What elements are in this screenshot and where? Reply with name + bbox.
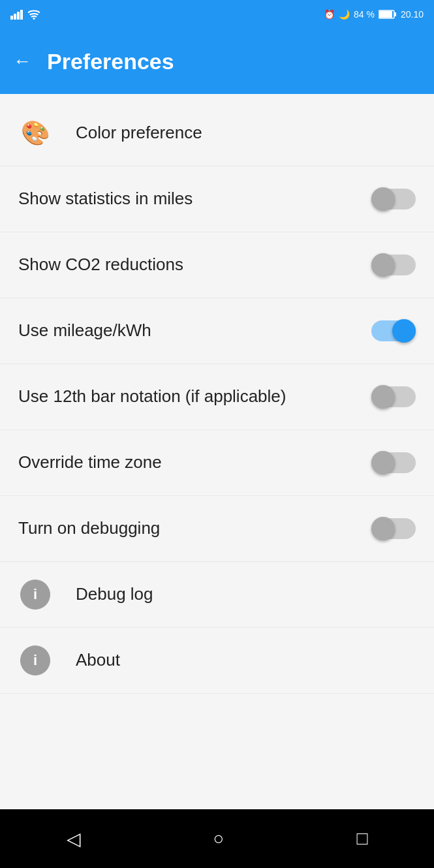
pref-item-about[interactable]: iAbout (0, 628, 434, 694)
pref-label-show-statistics-miles: Show statistics in miles (18, 188, 371, 210)
toggle-thumb-override-time-zone (371, 451, 395, 474)
battery-text: 84 % (354, 9, 375, 20)
battery-icon (379, 9, 397, 20)
palette-icon: 🎨 (18, 116, 52, 150)
pref-label-about: About (76, 649, 416, 672)
pref-label-turn-on-debugging: Turn on debugging (18, 518, 371, 540)
pref-item-use-mileage-kwh: Use mileage/kWh (0, 298, 434, 364)
toggle-thumb-use-mileage-kwh (392, 319, 416, 343)
signal-icon (10, 9, 23, 20)
pref-label-color-preference: Color preference (76, 122, 416, 144)
pref-label-override-time-zone: Override time zone (18, 452, 371, 474)
pref-item-override-time-zone: Override time zone (0, 430, 434, 496)
pref-item-show-co2-reductions: Show CO2 reductions (0, 232, 434, 298)
alarm-icon: ⏰ (324, 9, 335, 20)
nav-recent-button[interactable]: □ (337, 822, 388, 856)
nav-home-button[interactable]: ○ (194, 822, 244, 856)
back-button[interactable]: ← (13, 51, 31, 72)
app-bar: ← Preferences (0, 29, 434, 94)
svg-rect-1 (14, 14, 16, 20)
palette-icon: 🎨 (21, 119, 50, 147)
svg-rect-7 (379, 11, 392, 18)
svg-rect-2 (17, 12, 20, 20)
page-title: Preferences (47, 49, 174, 74)
pref-item-turn-on-debugging: Turn on debugging (0, 496, 434, 562)
svg-rect-0 (10, 16, 13, 20)
status-bar: ⏰ 🌙 84 % 20.10 (0, 0, 434, 29)
svg-rect-3 (20, 10, 23, 20)
toggle-use-mileage-kwh[interactable] (371, 319, 416, 343)
svg-rect-6 (394, 12, 396, 16)
pref-label-debug-log: Debug log (76, 583, 416, 606)
nav-back-button[interactable]: ◁ (47, 822, 101, 856)
toggle-thumb-turn-on-debugging (371, 517, 395, 540)
status-bar-left (10, 9, 40, 20)
info-icon: i (18, 643, 52, 677)
pref-item-color-preference[interactable]: 🎨Color preference (0, 101, 434, 166)
pref-item-use-12th-bar-notation: Use 12th bar notation (if applicable) (0, 364, 434, 430)
pref-label-use-12th-bar-notation: Use 12th bar notation (if applicable) (18, 386, 371, 408)
info-icon: i (20, 645, 50, 675)
pref-item-show-statistics-miles: Show statistics in miles (0, 166, 434, 232)
wifi-icon (27, 9, 40, 20)
time-display: 20.10 (401, 9, 424, 20)
toggle-use-12th-bar-notation[interactable] (371, 385, 416, 409)
bottom-nav-bar: ◁ ○ □ (0, 809, 434, 868)
toggle-show-statistics-miles[interactable] (371, 187, 416, 211)
toggle-override-time-zone[interactable] (371, 451, 416, 474)
pref-item-debug-log[interactable]: iDebug log (0, 562, 434, 628)
status-bar-right: ⏰ 🌙 84 % 20.10 (324, 9, 424, 20)
toggle-turn-on-debugging[interactable] (371, 517, 416, 540)
pref-label-use-mileage-kwh: Use mileage/kWh (18, 320, 371, 342)
toggle-thumb-show-statistics-miles (371, 187, 395, 211)
pref-label-show-co2-reductions: Show CO2 reductions (18, 254, 371, 276)
moon-icon: 🌙 (339, 9, 350, 20)
info-icon: i (20, 580, 50, 610)
info-icon: i (18, 578, 52, 612)
toggle-thumb-show-co2-reductions (371, 253, 395, 277)
toggle-show-co2-reductions[interactable] (371, 253, 416, 277)
svg-point-4 (33, 18, 35, 20)
toggle-thumb-use-12th-bar-notation (371, 385, 395, 409)
preferences-list: 🎨Color preferenceShow statistics in mile… (0, 94, 434, 809)
